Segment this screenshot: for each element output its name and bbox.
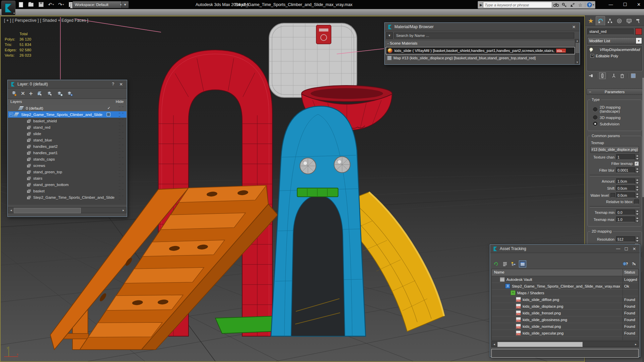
layer-row[interactable]: stands_caps ✓ ‒ ‒ ‒ [8,156,126,162]
radio-button-icon[interactable] [593,122,597,126]
layer-row[interactable]: Step2_Game_Time_Sports_Climber_and_Slide… [8,194,126,200]
asset-row[interactable]: kids_slide_normal.png Found [492,323,638,330]
close-button[interactable]: ✕ [637,2,641,7]
infocenter-search-input[interactable] [483,2,552,8]
hide-toggle[interactable]: ‒ ‒ ‒ [119,188,126,194]
amount-field[interactable]: 1.0cm [616,178,635,184]
modifier-enabled-bulb-icon[interactable] [589,48,593,51]
close-button[interactable]: ✕ [631,246,637,251]
scroll-right-arrow[interactable]: ▸ [633,343,638,346]
workspace-dropdown[interactable]: Workspace: Default ▾ [72,1,124,8]
list-view-button[interactable] [501,261,508,267]
menu-item[interactable] [16,9,23,15]
texture-chan-field[interactable]: 1 [616,154,635,160]
material-search-input[interactable] [394,33,574,39]
water-level-checkbox[interactable] [610,193,615,198]
scroll-up-arrow[interactable]: ▲ [575,39,579,43]
hide-toggle[interactable]: ‒ ‒ ‒ [119,175,126,182]
connection-help-button[interactable]: ? [622,261,629,267]
material-browser-titlebar[interactable]: Material/Map Browser ✕ [385,23,580,31]
hide-column-header[interactable]: Hide [116,100,124,104]
communication-center-button[interactable] [568,2,576,8]
tab-utilities[interactable] [634,16,644,25]
add-to-layer-button[interactable]: + [29,90,33,97]
material-row[interactable]: Map #13 (kids_slide_displace.png) [baske… [386,55,575,61]
scrollbar-thumb[interactable] [14,208,81,213]
layer-dialog-titlebar[interactable]: Layer: 0 (default) ? ✕ [8,80,127,88]
scroll-left-arrow[interactable]: ◂ [492,343,497,346]
material-vertical-scrollbar[interactable]: ▲ ▼ [575,39,579,64]
scrollbar-thumb[interactable] [497,342,583,347]
viewport-label[interactable]: [ + ] [ Perspective ] [ Shaded + Edged F… [4,18,88,23]
undo-button[interactable]: ↶▾ [47,1,55,8]
delete-layer-button[interactable]: ✕ [21,90,25,97]
browser-options-dropdown[interactable]: ▼ [386,32,393,39]
favorites-button[interactable]: ☆ [576,2,584,8]
collapse-expander-icon[interactable] [9,113,13,116]
hide-toggle[interactable]: ‒ ‒ ‒ [119,143,126,150]
help-menu-button[interactable]: ? ▾ [585,2,594,7]
asset-row[interactable]: Autodesk Vault Logged Out [492,276,638,283]
texmap-button[interactable]: #13 (kids_slide_displace.png) [590,146,639,153]
asset-row[interactable]: kids_slide_diffise.png Found [492,296,638,303]
layer-hide-box-icon[interactable] [107,113,110,116]
toolbar-overflow-button[interactable]: ▼ [121,1,129,8]
application-menu-button[interactable]: ▾ [1,1,15,15]
layer-row[interactable]: 0 (default) ✓ ‒ ‒ ‒ [8,105,126,111]
hide-toggle[interactable]: ‒ ‒ ‒ [119,137,126,143]
radio-button-icon[interactable] [593,115,597,120]
hide-toggle[interactable]: ‒ ‒ ‒ [119,169,126,175]
hide-toggle[interactable]: ‒ ‒ ‒ [119,124,126,131]
hide-toggle[interactable]: ‒ ‒ ‒ [119,194,126,201]
amount-spinner[interactable] [635,178,639,184]
layer-properties-button[interactable] [67,91,73,97]
new-scene-button[interactable] [17,1,25,8]
filter-blur-spinner[interactable] [635,167,639,173]
texture-chan-spinner[interactable] [635,154,639,160]
show-end-result-button[interactable] [599,72,606,79]
maximize-button[interactable]: ☐ [623,2,627,7]
select-layer-button[interactable] [47,91,53,97]
close-button[interactable]: ✕ [118,82,124,87]
refresh-button[interactable] [493,261,499,267]
table-view-button[interactable] [519,260,526,267]
layer-row[interactable]: stairs ✓ ‒ ‒ ‒ [8,175,126,181]
pin-stack-button[interactable] [588,73,594,79]
shift-field[interactable]: 0.0cm [616,185,635,191]
tree-view-button[interactable] [510,261,517,267]
name-column-header[interactable]: Name [494,270,504,274]
make-unique-button[interactable] [611,73,617,79]
menu-item[interactable] [56,9,63,15]
water-level-field[interactable]: 0.0cm [616,192,635,198]
asset-row[interactable]: kids_slide_glossiness.png Found [492,316,638,323]
filter-blur-field[interactable]: 0.0001 [616,167,635,173]
menu-item[interactable] [30,9,36,15]
object-name-field[interactable]: stand_red [587,28,634,35]
select-objects-button[interactable] [37,91,43,97]
layers-column-header[interactable]: Layers [10,100,22,104]
hide-toggle[interactable]: ‒ ‒ ‒ [119,181,126,188]
hide-toggle[interactable]: ‒ ‒ ‒ [119,105,126,112]
menu-item[interactable] [83,9,90,15]
hide-toggle[interactable]: ‒ ‒ ‒ [119,149,126,156]
asset-row[interactable]: Maps / Shaders [492,290,638,296]
model-stand-green-top[interactable] [297,188,338,197]
object-color-swatch[interactable] [635,28,642,35]
tab-hierarchy[interactable] [605,16,615,25]
texmap-max-spinner[interactable] [635,217,639,222]
scrollbar-thumb[interactable] [642,78,644,197]
tab-modify[interactable] [596,16,605,25]
menu-item[interactable] [70,9,76,15]
maximize-button[interactable]: ☐ [623,246,629,251]
layer-horizontal-scrollbar[interactable]: ◂ ▸ [8,207,126,213]
texmap-min-field[interactable]: 0.0 [616,209,635,215]
type-radio-row[interactable]: 2D mapping (landscape) [593,105,639,113]
resolution-spinner[interactable] [635,236,639,242]
hide-toggle[interactable]: ‒ ‒ ‒ [119,156,126,163]
layer-row[interactable]: handles_part2 ✓ ‒ ‒ ‒ [8,143,126,149]
menu-item[interactable] [36,9,43,15]
hide-toggle[interactable]: ‒ ‒ ‒ [119,111,126,118]
filter-texmap-checkbox[interactable] [634,161,639,166]
status-column-header[interactable]: Status [624,270,635,274]
hide-toggle[interactable]: ‒ ‒ ‒ [119,162,126,169]
